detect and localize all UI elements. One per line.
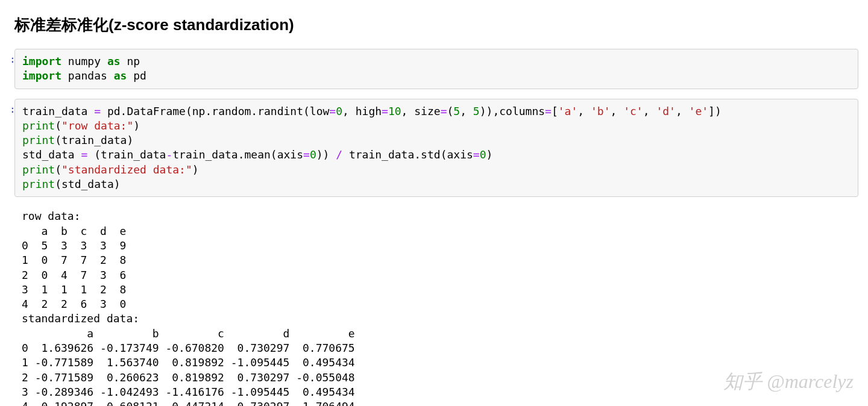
code-cell-1-wrap: : import numpy as np import pandas as pd <box>10 49 858 89</box>
section-heading: 标准差标准化(z-score standardization) <box>14 14 858 36</box>
code-cell-1[interactable]: import numpy as np import pandas as pd <box>14 49 858 89</box>
cell-output: row data: a b c d e 0 5 3 3 3 9 1 0 7 7 … <box>14 207 858 406</box>
code-cell-2[interactable]: train_data = pd.DataFrame(np.random.rand… <box>14 99 858 198</box>
prompt-marker-2: : <box>10 99 14 198</box>
code-cell-2-wrap: : train_data = pd.DataFrame(np.random.ra… <box>10 99 858 198</box>
prompt-marker-1: : <box>10 49 14 89</box>
